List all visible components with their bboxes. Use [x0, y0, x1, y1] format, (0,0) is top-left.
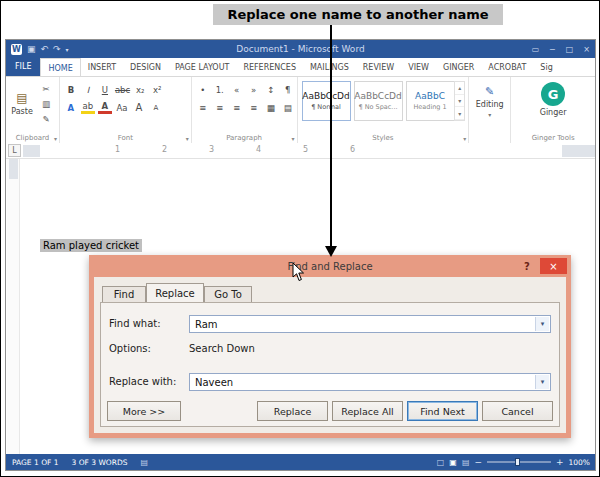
zoom-out-button[interactable]: −: [474, 457, 482, 467]
dialog-close-button[interactable]: ×: [540, 258, 567, 274]
subscript-button[interactable]: x₂: [133, 83, 147, 96]
strikethrough-button[interactable]: abc: [115, 83, 130, 96]
annotation-caption: Replace one name to another name: [213, 4, 503, 25]
tab-references[interactable]: REFERENCES: [236, 58, 303, 76]
editing-label: Editing: [476, 100, 504, 109]
proofing-icon[interactable]: ▤: [141, 458, 149, 467]
tab-home[interactable]: HOME: [40, 58, 80, 77]
styles-more-icon[interactable]: ▾: [455, 107, 464, 120]
paragraph-dialog-launcher-icon[interactable]: ▾: [292, 135, 295, 142]
zoom-slider-thumb[interactable]: [515, 458, 520, 466]
increase-indent-button[interactable]: »: [247, 83, 261, 96]
cut-button[interactable]: ✂: [39, 82, 53, 95]
styles-gallery-scrollbar: ▴ ▾ ▾: [454, 81, 465, 121]
ginger-tools-group: G Ginger Ginger Tools: [511, 77, 595, 143]
styles-dialog-launcher-icon[interactable]: ▾: [463, 135, 466, 142]
justify-button[interactable]: ≡: [247, 101, 261, 114]
align-left-button[interactable]: ≡: [196, 101, 210, 114]
replace-button[interactable]: Replace: [257, 401, 328, 421]
tab-signature-truncated[interactable]: Sig: [533, 58, 559, 76]
save-button[interactable]: ▣: [27, 44, 36, 54]
more-button[interactable]: More >>: [107, 401, 181, 421]
paragraph-group-label: Paragraph: [192, 134, 297, 142]
numbering-button[interactable]: 1.: [213, 83, 227, 96]
page-indicator[interactable]: PAGE 1 OF 1: [12, 458, 59, 467]
dialog-tab-goto[interactable]: Go To: [204, 286, 252, 302]
zoom-slider[interactable]: [487, 461, 551, 463]
align-center-button[interactable]: ≡: [213, 101, 227, 114]
find-what-dropdown-icon[interactable]: ▾: [535, 317, 549, 331]
decrease-indent-button[interactable]: «: [230, 83, 244, 96]
find-what-combobox[interactable]: Ram ▾: [189, 315, 551, 333]
superscript-button[interactable]: x²: [150, 83, 164, 96]
text-effects-button[interactable]: A: [64, 101, 78, 114]
styles-scroll-down-icon[interactable]: ▾: [455, 95, 464, 108]
line-spacing-button[interactable]: ↕: [264, 83, 278, 96]
editing-caret-icon: ▾: [488, 111, 491, 118]
bullets-button[interactable]: •: [196, 83, 210, 96]
selected-document-text[interactable]: Ram played cricket: [40, 239, 142, 252]
replace-with-combobox[interactable]: Naveen ▾: [189, 373, 551, 391]
replace-with-dropdown-icon[interactable]: ▾: [535, 375, 549, 389]
tab-insert[interactable]: INSERT: [81, 58, 123, 76]
paste-button[interactable]: ▤ Paste: [9, 81, 35, 125]
format-painter-button[interactable]: ✎: [39, 112, 53, 125]
highlight-color-button[interactable]: ab: [81, 101, 95, 114]
grow-font-button[interactable]: A: [132, 101, 146, 114]
window-close-button[interactable]: ×: [578, 40, 595, 58]
tab-file[interactable]: FILE: [6, 58, 40, 76]
bold-button[interactable]: B: [64, 83, 78, 96]
copy-button[interactable]: ▥: [39, 97, 53, 110]
word-count[interactable]: 3 OF 3 WORDS: [72, 458, 128, 467]
tab-design[interactable]: DESIGN: [123, 58, 168, 76]
ruler-number: 2: [162, 145, 167, 154]
find-next-button[interactable]: Find Next: [407, 401, 478, 421]
show-hide-paragraph-button[interactable]: ¶: [281, 83, 295, 96]
tab-acrobat[interactable]: ACROBAT: [481, 58, 533, 76]
font-dialog-launcher-icon[interactable]: ▾: [186, 135, 189, 142]
change-case-button[interactable]: Aa: [115, 101, 129, 114]
clipboard-dialog-launcher-icon[interactable]: ▾: [54, 135, 57, 142]
dialog-tab-find[interactable]: Find: [102, 286, 146, 302]
print-layout-button[interactable]: ▣: [449, 458, 457, 467]
style-no-spacing[interactable]: AaBbCcDd ¶ No Spac...: [354, 81, 403, 121]
replace-all-button[interactable]: Replace All: [332, 401, 403, 421]
cancel-button[interactable]: Cancel: [482, 401, 553, 421]
shrink-font-button[interactable]: A: [149, 101, 163, 114]
tab-ginger[interactable]: GINGER: [436, 58, 481, 76]
editing-button[interactable]: ✎ Editing ▾: [469, 85, 510, 118]
find-replace-dialog: Find and Replace ? × Find Replace Go To …: [89, 255, 571, 438]
style-sample: AaBbCcDd: [302, 91, 349, 101]
zoom-level[interactable]: 100%: [569, 458, 590, 467]
tab-stop-selector[interactable]: L: [8, 144, 21, 157]
italic-button[interactable]: I: [81, 83, 95, 96]
web-layout-button[interactable]: ▤: [462, 458, 470, 467]
ribbon-display-options-button[interactable]: ▭: [527, 40, 544, 58]
ginger-button[interactable]: G Ginger: [511, 82, 595, 117]
font-color-button[interactable]: A: [98, 101, 112, 114]
tab-page-layout[interactable]: PAGE LAYOUT: [168, 58, 236, 76]
dialog-titlebar[interactable]: Find and Replace: [89, 255, 571, 277]
style-normal[interactable]: AaBbCcDd ¶ Normal: [302, 81, 351, 121]
tab-view[interactable]: VIEW: [401, 58, 436, 76]
redo-button[interactable]: ↷: [53, 44, 61, 54]
tab-review[interactable]: REVIEW: [356, 58, 401, 76]
minimize-button[interactable]: ─: [544, 40, 561, 58]
shading-button[interactable]: ▦: [264, 101, 278, 114]
dialog-tab-replace[interactable]: Replace: [146, 283, 204, 302]
underline-button[interactable]: U: [98, 83, 112, 96]
undo-button[interactable]: ↶: [41, 44, 49, 54]
zoom-in-button[interactable]: +: [556, 457, 564, 467]
screenshot-root: Replace one name to another name Documen…: [0, 0, 600, 477]
clipboard-group: ▤ Paste ✂ ▥ ✎ Clipboard ▾: [6, 77, 60, 143]
read-mode-button[interactable]: □: [437, 458, 445, 467]
style-heading1[interactable]: AaBbC Heading 1: [406, 81, 455, 121]
qat-customize-icon[interactable]: ▾: [66, 46, 69, 53]
ribbon: ▤ Paste ✂ ▥ ✎ Clipboard ▾ B I U abc x₂: [6, 77, 595, 143]
paragraph-group: • 1. « » ↕ ¶ ≡ ≡ ≡ ≡ ▦ ▤ Paragraph ▾: [192, 77, 298, 143]
maximize-button[interactable]: □: [561, 40, 578, 58]
styles-scroll-up-icon[interactable]: ▴: [455, 82, 464, 95]
borders-button[interactable]: ▤: [281, 101, 295, 114]
align-right-button[interactable]: ≡: [230, 101, 244, 114]
dialog-help-button[interactable]: ?: [519, 259, 535, 273]
